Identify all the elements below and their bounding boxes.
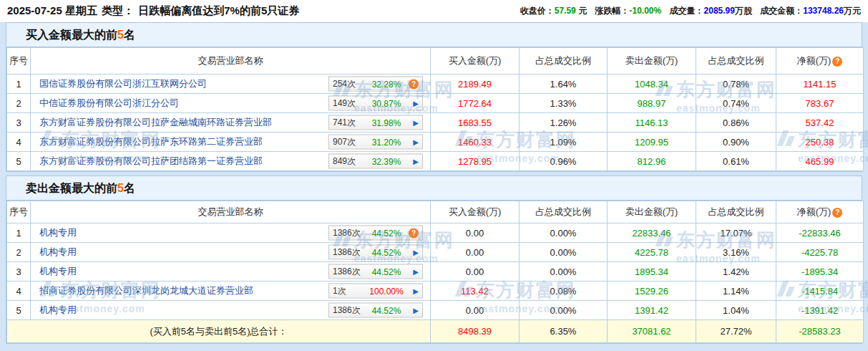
col-buy-ratio: 占总成交比例 bbox=[520, 201, 608, 223]
office-link[interactable]: 机构专用 bbox=[39, 266, 77, 277]
sell-amount-cell: 1146.13 bbox=[608, 113, 696, 133]
help-icon[interactable]: ? bbox=[832, 57, 842, 67]
arrow-right-icon[interactable]: ▶ bbox=[413, 156, 419, 166]
table-row: 3 东方财富证券股份有限公司拉萨金融城南环路证券营业部 741次31.98%▶ … bbox=[7, 113, 864, 133]
buy-title-prefix: 买入金额最大的前 bbox=[26, 29, 117, 41]
buy-ratio-cell: 1.09% bbox=[520, 133, 608, 152]
sell-ratio-cell: 3.16% bbox=[696, 243, 776, 262]
sell-amount-cell: 812.96 bbox=[608, 152, 696, 171]
table-row: 1 机构专用 1386次44.52%? 0.00 0.00% 22833.46 … bbox=[7, 223, 864, 243]
arrow-right-icon[interactable]: ▶ bbox=[413, 286, 419, 296]
sell-title-prefix: 卖出金额最大的前 bbox=[26, 182, 117, 194]
net-amount-cell: 465.99 bbox=[776, 152, 864, 171]
turnover-label: 成交金额： bbox=[760, 6, 803, 16]
close-price-label: 收盘价： bbox=[520, 6, 555, 16]
office-link[interactable]: 东方财富证券股份有限公司拉萨金融城南环路证券营业部 bbox=[39, 117, 272, 128]
appearance-count: 1386次 bbox=[333, 304, 366, 317]
quote-summary: 收盘价：57.59 元 涨跌幅：-10.00% 成交量：2085.99万股 成交… bbox=[515, 5, 861, 17]
volume-unit: 万股 bbox=[735, 6, 752, 16]
buy-section-title: 买入金额最大的前5名 bbox=[6, 23, 862, 47]
total-buy-amount: 8498.39 bbox=[431, 320, 520, 343]
buy-title-suffix: 名 bbox=[124, 29, 135, 41]
row-seq: 5 bbox=[7, 301, 31, 320]
lhb-stat-badge[interactable]: 254次32.28%? bbox=[328, 77, 423, 92]
total-sell-amount: 37081.62 bbox=[608, 320, 696, 343]
close-price-unit: 元 bbox=[578, 6, 587, 16]
lhb-stat-badge[interactable]: 1386次44.52%▶ bbox=[328, 264, 423, 279]
lhb-stat-badge[interactable]: 1386次44.52%? bbox=[328, 226, 423, 241]
type-value: 日跌幅偏离值达到7%的前5只证券 bbox=[138, 4, 299, 16]
office-link[interactable]: 东方财富证券股份有限公司拉萨团结路第一证券营业部 bbox=[39, 155, 263, 166]
arrow-right-icon[interactable]: ▶ bbox=[413, 305, 419, 315]
net-amount-cell: 537.42 bbox=[776, 113, 864, 133]
turnover-value: 133748.26 bbox=[803, 6, 844, 16]
sell-title-number: 5 bbox=[117, 182, 124, 194]
sell-title-suffix: 名 bbox=[124, 182, 135, 194]
success-rate: 32.28% bbox=[366, 79, 407, 89]
lhb-stat-badge[interactable]: 849次32.39%▶ bbox=[328, 154, 423, 169]
success-rate: 44.52% bbox=[366, 305, 407, 315]
net-header-label: 净额(万) bbox=[797, 206, 832, 217]
sell-amount-cell: 1048.34 bbox=[608, 74, 696, 94]
arrow-right-icon[interactable]: ▶ bbox=[413, 266, 419, 277]
office-link[interactable]: 中信证券股份有限公司浙江分公司 bbox=[39, 97, 179, 108]
arrow-right-icon[interactable]: ▶ bbox=[413, 247, 419, 257]
buy-ratio-cell: 1.33% bbox=[520, 94, 608, 113]
lhb-stat-badge[interactable]: 149次30.87%▶ bbox=[328, 96, 423, 111]
arrow-right-icon[interactable]: ▶ bbox=[413, 98, 419, 108]
buy-amount-cell: 1278.95 bbox=[431, 152, 520, 171]
office-link[interactable]: 机构专用 bbox=[39, 227, 77, 238]
help-icon[interactable]: ? bbox=[409, 228, 419, 238]
arrow-right-icon[interactable]: ▶ bbox=[413, 117, 419, 128]
success-rate: 32.39% bbox=[366, 156, 407, 166]
help-icon[interactable]: ? bbox=[409, 79, 419, 89]
change-pct-label: 涨跌幅： bbox=[595, 6, 629, 16]
row-name-cell: 东方财富证券股份有限公司拉萨团结路第一证券营业部 849次32.39%▶ bbox=[31, 152, 431, 171]
row-name-cell: 中信证券股份有限公司浙江分公司 149次30.87%▶ bbox=[31, 94, 431, 113]
sell-ratio-cell: 1.14% bbox=[696, 282, 776, 301]
success-rate: 44.52% bbox=[366, 228, 407, 238]
success-rate: 31.20% bbox=[366, 137, 407, 147]
office-link[interactable]: 招商证券股份有限公司深圳龙岗龙城大道证券营业部 bbox=[39, 285, 253, 296]
col-broker-name: 交易营业部名称 bbox=[31, 48, 431, 74]
net-amount-cell: -1895.34 bbox=[776, 262, 864, 282]
lhb-stat-badge[interactable]: 1386次44.52%▶ bbox=[328, 245, 423, 260]
buy-table: 序号 交易营业部名称 买入金额(万) 占总成交比例 卖出金额(万) 占总成交比例… bbox=[6, 47, 864, 171]
table-row: 2 机构专用 1386次44.52%▶ 0.00 0.00% 4225.78 3… bbox=[7, 243, 864, 262]
buy-amount-cell: 2189.49 bbox=[431, 74, 520, 94]
buy-ratio-cell: 1.64% bbox=[520, 74, 608, 94]
buy-ratio-cell: 1.26% bbox=[520, 113, 608, 133]
col-sell-amount: 卖出金额(万) bbox=[608, 201, 696, 223]
lhb-stat-badge[interactable]: 741次31.98%▶ bbox=[328, 115, 423, 130]
lhb-stat-badge[interactable]: 907次31.20%▶ bbox=[328, 135, 423, 150]
sell-ratio-cell: 0.74% bbox=[696, 94, 776, 113]
success-rate: 44.52% bbox=[366, 266, 407, 277]
row-name-cell: 机构专用 1386次44.52%▶ bbox=[31, 243, 431, 262]
table-row: 2 中信证券股份有限公司浙江分公司 149次30.87%▶ 1772.64 1.… bbox=[7, 94, 864, 113]
type-label: 类型： bbox=[102, 4, 134, 16]
row-seq: 4 bbox=[7, 133, 31, 152]
table-row: 4 东方财富证券股份有限公司拉萨东环路第二证券营业部 907次31.20%▶ 1… bbox=[7, 133, 864, 152]
lhb-stat-badge[interactable]: 1386次44.52%▶ bbox=[328, 303, 423, 318]
office-link[interactable]: 机构专用 bbox=[39, 246, 77, 257]
total-label: (买入前5名与卖出前5名)总合计： bbox=[7, 320, 431, 343]
arrow-right-icon[interactable]: ▶ bbox=[413, 137, 419, 147]
buy-amount-cell: 0.00 bbox=[431, 301, 520, 320]
col-broker-name: 交易营业部名称 bbox=[31, 201, 431, 223]
net-amount-cell: 1141.15 bbox=[776, 74, 864, 94]
lhb-stat-badge[interactable]: 1次100.00%▶ bbox=[328, 284, 423, 299]
col-seq: 序号 bbox=[7, 48, 31, 74]
buy-section: 买入金额最大的前5名 序号 交易营业部名称 买入金额(万) 占总成交比例 卖出金… bbox=[6, 22, 862, 172]
sell-table: 序号 交易营业部名称 买入金额(万) 占总成交比例 卖出金额(万) 占总成交比例… bbox=[6, 201, 864, 343]
office-link[interactable]: 国信证券股份有限公司浙江互联网分公司 bbox=[39, 78, 207, 89]
col-seq: 序号 bbox=[7, 201, 31, 223]
summary-topbar: 2025-07-25 星期五 类型： 日跌幅偏离值达到7%的前5只证券 收盘价：… bbox=[0, 0, 868, 22]
office-link[interactable]: 东方财富证券股份有限公司拉萨东环路第二证券营业部 bbox=[39, 136, 263, 147]
buy-ratio-cell: 0.00% bbox=[520, 262, 608, 282]
net-amount-cell: 250.38 bbox=[776, 133, 864, 152]
buy-ratio-cell: 0.08% bbox=[520, 282, 608, 301]
help-icon[interactable]: ? bbox=[832, 208, 842, 218]
office-link[interactable]: 机构专用 bbox=[39, 304, 77, 315]
col-sell-amount: 卖出金额(万) bbox=[608, 48, 696, 74]
row-name-cell: 东方财富证券股份有限公司拉萨东环路第二证券营业部 907次31.20%▶ bbox=[31, 133, 431, 152]
